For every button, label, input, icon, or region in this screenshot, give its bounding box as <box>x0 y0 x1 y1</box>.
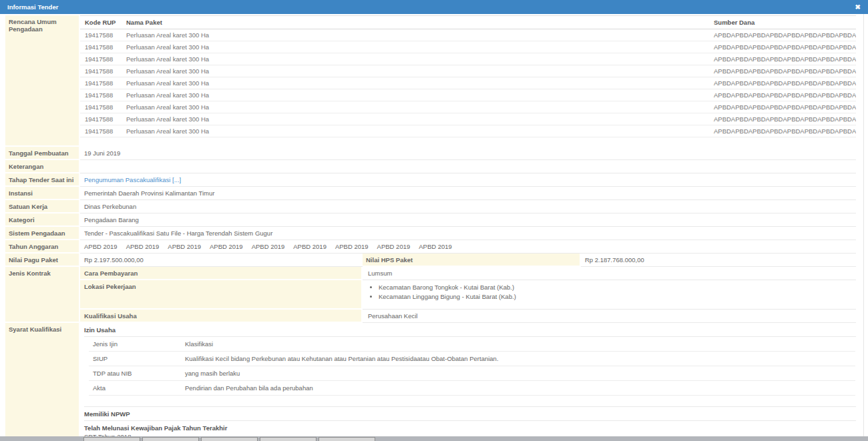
rup-table-row: 19417588 Perluasan Areal karet 300 Ha AP… <box>80 101 856 113</box>
rup-nama-cell: Perluasan Areal karet 300 Ha <box>122 125 709 137</box>
field-label-nilai-pagu: Nilai Pagu Paket <box>5 254 80 267</box>
field-value-satuan-kerja: Dinas Perkebunan <box>80 200 856 213</box>
tahun-anggaran-item: APBD 2019 <box>293 243 327 250</box>
rup-table: Kode RUP Nama Paket Sumber Dana 19417588… <box>80 15 856 137</box>
subrow-lokasi-pekerjaan: Lokasi Pekerjaan Kecamatan Barong Tongko… <box>80 280 856 310</box>
subrow-kualifikasi-usaha: Kualifikasi Usaha Perusahaan Kecil <box>80 310 856 323</box>
cutoff-cell <box>318 437 375 441</box>
field-value-tanggal-pembuatan: 19 Juni 2019 <box>80 147 856 160</box>
rup-kode-cell: 19417588 <box>80 41 122 53</box>
row-tanggal-pembuatan: Tanggal Pembuatan 19 Juni 2019 <box>5 147 856 160</box>
sublabel-cara-pembayaran: Cara Pembayaran <box>80 267 363 280</box>
izin-table-row: TDP atau NIB yang masih berlaku <box>89 366 855 381</box>
tahun-anggaran-item: APBD 2019 <box>210 243 243 250</box>
field-label-kategori: Kategori <box>5 213 80 227</box>
rup-table-row: 19417588 Perluasan Areal karet 300 Ha AP… <box>80 53 856 65</box>
rup-col-kode: Kode RUP <box>80 16 122 29</box>
rup-nama-cell: Perluasan Areal karet 300 Ha <box>122 29 709 41</box>
tahun-anggaran-item: APBD 2019 <box>252 243 285 250</box>
rup-kode-cell: 19417588 <box>80 101 122 113</box>
tahun-anggaran-item: APBD 2019 <box>168 243 201 250</box>
izin-col-jenis: Jenis Ijin <box>89 337 181 352</box>
lokasi-item: Kecamatan Barong Tongkok - Kutai Barat (… <box>379 284 851 291</box>
field-label-nilai-hps: Nilai HPS Paket <box>363 254 581 267</box>
izin-jenis-cell: Akta <box>89 381 181 396</box>
informasi-tender-modal: Informasi Tender ✖ Rencana Umum Pengadaa… <box>0 0 868 441</box>
izin-usaha-header: Izin Usaha <box>84 323 856 337</box>
sublabel-kualifikasi-usaha: Kualifikasi Usaha <box>80 310 363 323</box>
syarat-pajak-title: Telah Melunasi Kewajiban Pajak Tahun Ter… <box>84 424 856 432</box>
field-label-keterangan: Keterangan <box>5 160 80 173</box>
rup-table-row: 19417588 Perluasan Areal karet 300 Ha AP… <box>80 41 856 53</box>
rup-sumber-cell: APBDAPBDAPBDAPBDAPBDAPBDAPBDAPBDAPBD <box>709 53 856 65</box>
rup-sumber-cell: APBDAPBDAPBDAPBDAPBDAPBDAPBDAPBDAPBD <box>709 125 856 137</box>
close-icon[interactable]: ✖ <box>855 0 861 14</box>
row-kategori: Kategori Pengadaan Barang <box>5 213 856 227</box>
rup-kode-cell: 19417588 <box>80 65 122 77</box>
cutoff-cell <box>142 437 199 441</box>
rup-kode-cell: 19417588 <box>80 77 122 89</box>
lokasi-item: Kecamatan Linggang Bigung - Kutai Barat … <box>379 293 851 300</box>
field-value-tahap-tender: Pengumuman Pascakualifikasi [...] <box>80 173 856 187</box>
rup-kode-cell: 19417588 <box>80 125 122 137</box>
cutoff-cell <box>260 437 316 441</box>
syarat-kualifikasi-content: Izin Usaha Jenis Ijin Klasifikasi SIU <box>80 323 856 441</box>
tahap-tender-link[interactable]: Pengumuman Pascakualifikasi [...] <box>84 176 181 183</box>
row-jenis-kontrak: Jenis Kontrak Cara Pembayaran Lumsum Lok… <box>5 267 856 323</box>
subvalue-kualifikasi-usaha: Perusahaan Kecil <box>363 310 856 323</box>
izin-table-header: Jenis Ijin Klasifikasi <box>89 337 855 352</box>
rup-nama-cell: Perluasan Areal karet 300 Ha <box>122 53 709 65</box>
row-rencana-umum-pengadaan: Rencana Umum Pengadaan Kode RUP Nama Pak… <box>5 15 856 147</box>
field-label-instansi: Instansi <box>5 187 80 200</box>
field-label-jenis-kontrak: Jenis Kontrak <box>5 267 80 323</box>
row-tahun-anggaran: Tahun Anggaran APBD 2019APBD 2019APBD 20… <box>5 240 856 254</box>
rup-kode-cell: 19417588 <box>80 53 122 65</box>
rup-kode-cell: 19417588 <box>80 113 122 125</box>
row-instansi: Instansi Pemerintah Daerah Provinsi Kali… <box>5 187 856 200</box>
modal-body: Rencana Umum Pengadaan Kode RUP Nama Pak… <box>0 14 868 441</box>
rup-kode-cell: 19417588 <box>80 29 122 41</box>
modal-right-edge <box>863 14 864 441</box>
tahun-anggaran-item: APBD 2019 <box>419 243 452 250</box>
rup-kode-cell: 19417588 <box>80 89 122 101</box>
izin-jenis-cell: TDP atau NIB <box>89 366 181 381</box>
tahun-anggaran-item: APBD 2019 <box>335 243 369 250</box>
rup-sumber-cell: APBDAPBDAPBDAPBDAPBDAPBDAPBDAPBDAPBD <box>709 65 856 77</box>
rup-nama-cell: Perluasan Areal karet 300 Ha <box>122 41 709 53</box>
izin-table-row: Akta Pendirian dan Perubahan bila ada pe… <box>89 381 855 396</box>
rup-nama-cell: Perluasan Areal karet 300 Ha <box>122 77 709 89</box>
cutoff-cell <box>83 437 140 441</box>
tahun-anggaran-item: APBD 2019 <box>126 243 160 250</box>
field-value-nilai-pagu: Rp 2.197.500.000,00 <box>80 254 363 267</box>
modal-titlebar: Informasi Tender ✖ <box>0 0 868 14</box>
field-label-rencana-umum-pengadaan: Rencana Umum Pengadaan <box>5 15 80 147</box>
izin-jenis-cell: SIUP <box>89 352 181 366</box>
rup-table-container: Kode RUP Nama Paket Sumber Dana 19417588… <box>80 15 856 147</box>
izin-klasifikasi-cell: Kualifikasi Kecil bidang Perkebunan atau… <box>181 352 855 366</box>
subvalue-lokasi-pekerjaan: Kecamatan Barong Tongkok - Kutai Barat (… <box>363 280 856 310</box>
subrow-cara-pembayaran: Cara Pembayaran Lumsum <box>80 267 856 280</box>
rup-nama-cell: Perluasan Areal karet 300 Ha <box>122 65 709 77</box>
row-syarat-kualifikasi: Syarat Kualifikasi Izin Usaha Jenis Ijin… <box>5 323 856 441</box>
rup-nama-cell: Perluasan Areal karet 300 Ha <box>122 113 709 125</box>
rup-table-row: 19417588 Perluasan Areal karet 300 Ha AP… <box>80 113 856 125</box>
izin-usaha-table: Jenis Ijin Klasifikasi SIUP Kualifikasi … <box>89 337 855 396</box>
modal-title: Informasi Tender <box>0 0 58 14</box>
field-label-satuan-kerja: Satuan Kerja <box>5 200 80 213</box>
rup-table-row: 19417588 Perluasan Areal karet 300 Ha AP… <box>80 29 856 41</box>
rup-sumber-cell: APBDAPBDAPBDAPBDAPBDAPBDAPBDAPBDAPBD <box>709 77 856 89</box>
izin-col-klasifikasi: Klasifikasi <box>181 337 855 352</box>
field-label-sistem-pengadaan: Sistem Pengadaan <box>5 227 80 240</box>
field-value-tahun-anggaran: APBD 2019APBD 2019APBD 2019APBD 2019APBD… <box>80 240 856 254</box>
field-label-tanggal-pembuatan: Tanggal Pembuatan <box>5 147 80 160</box>
rup-sumber-cell: APBDAPBDAPBDAPBDAPBDAPBDAPBDAPBDAPBD <box>709 113 856 125</box>
rup-sumber-cell: APBDAPBDAPBDAPBDAPBDAPBDAPBDAPBDAPBD <box>709 101 856 113</box>
rup-table-row: 19417588 Perluasan Areal karet 300 Ha AP… <box>80 125 856 137</box>
page-bottom-edge <box>0 436 868 441</box>
field-value-keterangan <box>80 160 856 173</box>
rup-nama-cell: Perluasan Areal karet 300 Ha <box>122 101 709 113</box>
tahun-anggaran-item: APBD 2019 <box>377 243 411 250</box>
rup-col-sumber: Sumber Dana <box>709 16 856 29</box>
row-satuan-kerja: Satuan Kerja Dinas Perkebunan <box>5 200 856 213</box>
row-nilai-paket: Nilai Pagu Paket Rp 2.197.500.000,00 Nil… <box>5 254 856 267</box>
